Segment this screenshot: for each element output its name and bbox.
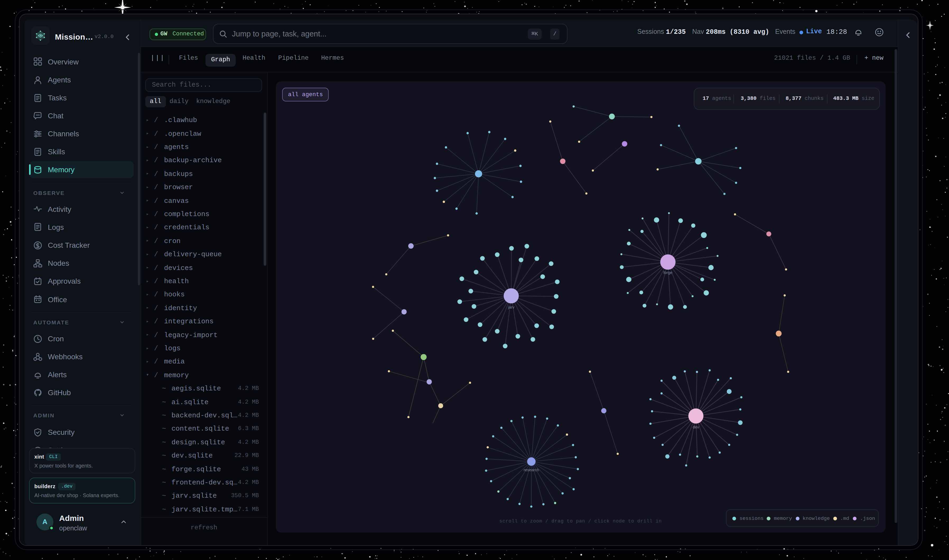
- svg-text:dev: dev: [693, 425, 699, 429]
- svg-text:forge: forge: [663, 270, 672, 275]
- svg-text:research: research: [524, 468, 539, 472]
- svg-text:jarv: jarv: [508, 305, 515, 309]
